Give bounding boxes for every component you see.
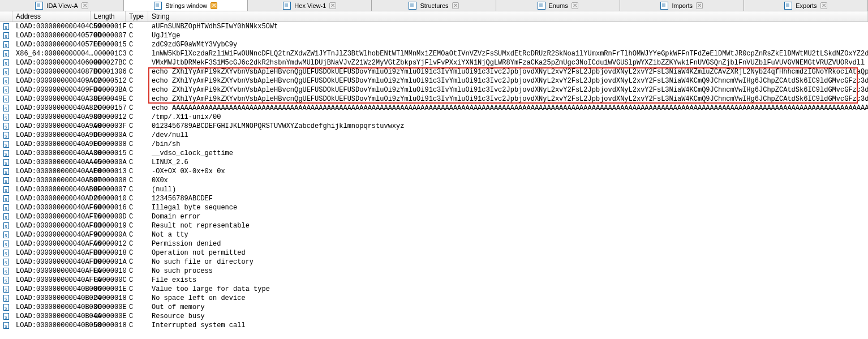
- cell-string: echo ZXhlYyAmPi9kZXYvbnVsbApleHBvcnQgUEF…: [148, 76, 868, 85]
- table-row[interactable]: LOAD:00000000004057EE00000015CzdC9zdGF0a…: [0, 40, 868, 49]
- tab-exports[interactable]: Exports✕: [744, 0, 868, 11]
- table-row[interactable]: LOAD:000000000040AAE000000013C-OX+OX 0X-…: [0, 167, 868, 176]
- table-row[interactable]: LOAD:000000000040B05800000018CInterrupte…: [0, 321, 868, 330]
- cell-string: /bin/sh: [148, 140, 868, 149]
- tab-ida-view-a[interactable]: IDA View-A✕: [0, 0, 124, 11]
- cell-type: C: [126, 258, 148, 267]
- cell-type: C: [126, 267, 148, 276]
- cell-string: __vdso_clock_gettime: [148, 149, 868, 158]
- close-icon[interactable]: ✕: [81, 2, 88, 9]
- header-string[interactable]: String: [148, 11, 868, 22]
- table-row[interactable]: LOAD:000000000040AB0700000008C 0X0x: [0, 176, 868, 185]
- cell-address: LOAD:000000000040B03C: [12, 303, 91, 312]
- string-icon: [0, 268, 12, 274]
- header-type[interactable]: Type: [126, 11, 148, 22]
- table-row[interactable]: LOAD:000000000040A9DF0000000AC/dev/null: [0, 131, 868, 140]
- table-row[interactable]: LOAD:000000000040AB0F00000007C(null): [0, 185, 868, 194]
- table-row[interactable]: LOAD:0000000000404C590000001FCaUFnSUNBZO…: [0, 22, 868, 31]
- cell-string: aUFnSUNBZOpHTWdhSFIwY0hNNkx5OWt: [148, 22, 868, 31]
- table-row[interactable]: LOAD:0000000000409FD4000003BACecho ZXhlY…: [0, 85, 868, 95]
- table-row[interactable]: LOAD:000000000040AFB800000018COperation …: [0, 248, 868, 258]
- table-row[interactable]: LOAD:000000000040B04A0000000ECResource b…: [0, 312, 868, 321]
- cell-string: 123456789ABCDEF: [148, 194, 868, 203]
- cell-string: echo AAAAAAAAAAAAAAAAAAAAAAAAAAAAAAAAAAA…: [148, 104, 868, 113]
- table-row[interactable]: LOAD:00000000004087BC00001306Cecho ZXhlY…: [0, 67, 868, 76]
- string-icon: [0, 177, 12, 184]
- tab-icon: [784, 2, 792, 10]
- table-row[interactable]: LOAD:000000000040AFFA0000000CCFile exist…: [0, 276, 868, 285]
- cell-type: C: [126, 212, 148, 221]
- header-address[interactable]: Address: [12, 11, 91, 22]
- tab-icon: [409, 2, 416, 10]
- table-row[interactable]: LOAD:000000000040AD2100000010C123456789A…: [0, 194, 868, 203]
- close-icon[interactable]: ✕: [329, 2, 336, 9]
- close-icon[interactable]: ✕: [696, 2, 703, 9]
- cell-string: 0X0x: [148, 176, 868, 185]
- cell-string: File exists: [148, 276, 868, 285]
- table-row[interactable]: LOAD:000000000040A82C00000157Cecho AAAAA…: [0, 104, 868, 113]
- table-row[interactable]: LOAD:000000000040AF6000000016CIllegal by…: [0, 203, 868, 212]
- cell-string: Out of memory: [148, 303, 868, 312]
- string-icon: [0, 96, 12, 102]
- cell-address: LOAD:000000000040B024: [12, 294, 91, 303]
- cell-string: Result not representable: [148, 221, 868, 230]
- table-row[interactable]: LOAD:000000000040A9A00000003FC0123456789…: [0, 122, 868, 131]
- cell-length: 00000018: [91, 294, 126, 303]
- table-row[interactable]: LOAD:000000000040AA450000000ACLINUX_2.6: [0, 158, 868, 167]
- table-row[interactable]: LOAD:0000000000409AC200000512Cecho ZXhlY…: [0, 76, 868, 85]
- cell-address: LOAD:0000000000409FD4: [12, 85, 91, 95]
- close-icon[interactable]: ✕: [210, 2, 217, 9]
- table-row[interactable]: LOAD:000000000040AF9C0000000ACNot a tty: [0, 230, 868, 239]
- table-row[interactable]: LOAD:000000000040AA3000000015C__vdso_clo…: [0, 149, 868, 158]
- table-row[interactable]: LOAD:000000000040AF760000000DCDomain err…: [0, 212, 868, 221]
- cell-address: LOAD:00000000004087BC: [12, 67, 91, 76]
- cell-address: LOAD:000000000040B006: [12, 285, 91, 294]
- table-row[interactable]: LOAD:000000000040AFA600000012CPermission…: [0, 239, 868, 248]
- table-row[interactable]: LOAD:000000000040A9EC00000008C/bin/sh: [0, 140, 868, 149]
- close-icon[interactable]: ✕: [571, 2, 578, 9]
- table-row[interactable]: X86_64:00000000004…000001C3ClnWW5KbFlXcz…: [0, 49, 868, 58]
- close-icon[interactable]: ✕: [820, 2, 827, 9]
- table-row[interactable]: LOAD:000000000040B02400000018CNo space l…: [0, 294, 868, 303]
- cell-length: 00000018: [91, 248, 126, 258]
- table-row[interactable]: LOAD:000000000040AFD00000001ACNo such fi…: [0, 258, 868, 267]
- cell-length: 00000157: [91, 104, 126, 113]
- string-icon: [0, 286, 12, 293]
- strings-list[interactable]: LOAD:0000000000404C590000001FCaUFnSUNBZO…: [0, 22, 868, 339]
- cell-string: Operation not permitted: [148, 248, 868, 258]
- cell-address: LOAD:0000000000406000: [12, 58, 91, 67]
- string-icon: [0, 313, 12, 320]
- cell-address: LOAD:0000000000409AC2: [12, 76, 91, 85]
- tab-structures[interactable]: Structures✕: [372, 0, 496, 11]
- string-icon: [0, 259, 12, 265]
- table-row[interactable]: LOAD:000000000040A38E0000049ECecho ZXhlY…: [0, 95, 868, 104]
- header-length[interactable]: Length: [91, 11, 126, 22]
- close-icon[interactable]: ✕: [452, 2, 459, 9]
- cell-length: 000003BA: [91, 85, 126, 95]
- table-row[interactable]: LOAD:000000000040AFEA00000010CNo such pr…: [0, 267, 868, 276]
- table-row[interactable]: LOAD:000000000040AF8300000019CResult not…: [0, 221, 868, 230]
- cell-string: -OX+OX 0X-0x+0x 0x: [148, 167, 868, 176]
- cell-type: C: [126, 113, 148, 122]
- cell-type: C: [126, 40, 148, 49]
- cell-length: 00000012: [91, 113, 126, 122]
- tab-hex-view-1[interactable]: Hex View-1✕: [248, 0, 372, 11]
- table-row[interactable]: LOAD:000000000040B0060000001ECValue too …: [0, 285, 868, 294]
- string-icon: [0, 204, 12, 211]
- cell-length: 00000010: [91, 194, 126, 203]
- table-row[interactable]: LOAD:000000000040B03C0000000ECOut of mem…: [0, 303, 868, 312]
- string-icon: [0, 250, 12, 256]
- tab-label: Strings window: [165, 2, 207, 9]
- table-row[interactable]: LOAD:0000000000406000000027BCCVMxMWJtbDR…: [0, 58, 868, 67]
- tab-strings-window[interactable]: Strings window✕: [124, 0, 248, 11]
- table-row[interactable]: LOAD:000000000040A98300000012C/tmp/.X11-…: [0, 113, 868, 122]
- cell-string: Illegal byte sequence: [148, 203, 868, 212]
- tab-enums[interactable]: Enums✕: [496, 0, 620, 11]
- cell-address: LOAD:000000000040AFB8: [12, 248, 91, 258]
- cell-length: 000001C3: [91, 49, 126, 58]
- cell-type: C: [126, 67, 148, 76]
- tab-imports[interactable]: Imports✕: [620, 0, 744, 11]
- cell-length: 00000008: [91, 140, 126, 149]
- string-icon: [0, 168, 12, 175]
- table-row[interactable]: LOAD:000000000040570D00000007CUgJiYge: [0, 31, 868, 40]
